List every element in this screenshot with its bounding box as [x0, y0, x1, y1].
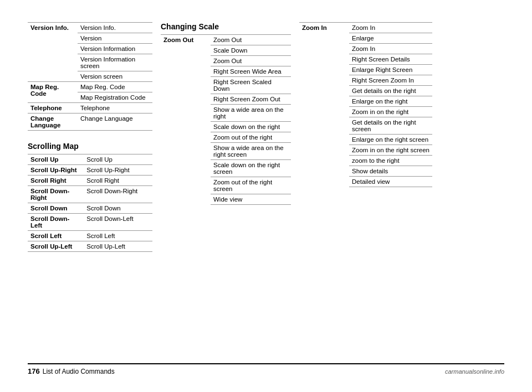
row-value: Version Info.	[78, 23, 152, 33]
zoom-out-value: Zoom out of the right screen	[211, 177, 291, 194]
scrolling-map-section: Scrolling Map Scroll UpScroll UpScroll U…	[28, 142, 152, 252]
zoom-out-value: Scale Down	[211, 45, 291, 56]
table-row: Scroll DownScroll Down	[28, 203, 152, 214]
row-value: Map Reg. Code	[78, 82, 152, 92]
zoom-out-value: Wide view	[211, 194, 291, 205]
changing-scale-title: Changing Scale	[161, 22, 291, 31]
table-row: Change LanguageChange Language	[28, 114, 152, 131]
row-value: Version Information	[78, 44, 152, 54]
zoom-in-value: Enlarge Right Screen	[349, 65, 432, 75]
table-row: Zoom InZoom In	[299, 23, 432, 33]
row-label: Scroll Up-Right	[28, 165, 84, 176]
table-row: Scroll LeftScroll Left	[28, 231, 152, 241]
zoom-out-value: Zoom Out	[211, 56, 291, 66]
zoom-in-value: Get details on the right	[349, 86, 432, 96]
zoom-in-value: Zoom in on the right screen	[349, 145, 432, 156]
column-middle: Changing Scale Zoom OutZoom OutScale Dow…	[161, 22, 299, 363]
zoom-out-value: Zoom Out	[211, 35, 291, 45]
watermark: carmanualsonline.info	[445, 368, 504, 375]
row-value: Version Information screen	[78, 54, 152, 71]
zoom-out-label: Zoom Out	[161, 35, 211, 205]
table-row: Scroll Down-LeftScroll Down-Left	[28, 214, 152, 231]
page: Version Info.Version Info.VersionVersion…	[0, 0, 532, 392]
zoom-in-value: Zoom In	[349, 23, 432, 33]
zoom-in-value: Enlarge on the right	[349, 96, 432, 107]
table-row: Zoom OutZoom Out	[161, 35, 291, 45]
row-label: Change Language	[28, 114, 78, 131]
table-row: Scroll Up-LeftScroll Up-Left	[28, 241, 152, 252]
table-row: TelephoneTelephone	[28, 103, 152, 114]
zoom-out-value: Scale down on the right screen	[211, 160, 291, 177]
row-label: Scroll Down-Left	[28, 214, 84, 231]
row-value: Version screen	[78, 71, 152, 82]
zoom-out-value: Show a wide area on the right	[211, 105, 291, 122]
row-value: Telephone	[78, 103, 152, 114]
row-label: Version Info.	[28, 23, 78, 82]
zoom-out-value: Zoom out of the right	[211, 132, 291, 143]
zoom-in-value: Enlarge	[349, 33, 432, 44]
row-value: Scroll Left	[84, 231, 152, 241]
zoom-in-value: zoom to the right	[349, 156, 432, 166]
table-row: Scroll Up-RightScroll Up-Right	[28, 165, 152, 176]
table-row: Scroll Down-RightScroll Down-Right	[28, 186, 152, 203]
row-value: Scroll Down-Right	[84, 186, 152, 203]
row-label: Scroll Left	[28, 231, 84, 241]
zoom-out-value: Scale down on the right	[211, 122, 291, 132]
zoom-out-value: Right Screen Scaled Down	[211, 77, 291, 94]
row-label: Scroll Down-Right	[28, 186, 84, 203]
row-value: Scroll Up-Right	[84, 165, 152, 176]
zoom-in-value: Zoom in on the right	[349, 107, 432, 117]
zoom-out-value: Right Screen Wide Area	[211, 66, 291, 77]
zoom-in-table: Zoom InZoom InEnlargeZoom InRight Screen…	[299, 22, 432, 187]
row-value: Scroll Down-Left	[84, 214, 152, 231]
column-right: Zoom InZoom InEnlargeZoom InRight Screen…	[299, 22, 432, 363]
zoom-in-label: Zoom In	[299, 23, 349, 187]
version-info-table: Version Info.Version Info.VersionVersion…	[28, 22, 152, 131]
row-value: Scroll Down	[84, 203, 152, 214]
row-value: Scroll Up	[84, 154, 152, 165]
zoom-in-value: Right Screen Zoom In	[349, 75, 432, 86]
zoom-out-table: Zoom OutZoom OutScale DownZoom OutRight …	[161, 34, 291, 205]
row-value: Map Registration Code	[78, 92, 152, 103]
row-label: Scroll Up	[28, 154, 84, 165]
row-label: Scroll Up-Left	[28, 241, 84, 252]
content-area: Version Info.Version Info.VersionVersion…	[28, 22, 504, 363]
row-value: Scroll Up-Left	[84, 241, 152, 252]
zoom-out-value: Show a wide area on the right screen	[211, 143, 291, 160]
column-left: Version Info.Version Info.VersionVersion…	[28, 22, 161, 363]
zoom-in-value: Detailed view	[349, 177, 432, 187]
zoom-in-value: Zoom In	[349, 44, 432, 54]
table-row: Scroll RightScroll Right	[28, 176, 152, 186]
scrolling-map-title: Scrolling Map	[28, 142, 152, 151]
scrolling-map-table: Scroll UpScroll UpScroll Up-RightScroll …	[28, 154, 152, 252]
page-number: 176	[28, 367, 40, 375]
zoom-in-value: Right Screen Details	[349, 54, 432, 65]
footer: 176 List of Audio Commands carmanualsonl…	[28, 363, 504, 375]
row-label: Scroll Right	[28, 176, 84, 186]
footer-text: List of Audio Commands	[43, 368, 115, 375]
row-value: Scroll Right	[84, 176, 152, 186]
zoom-in-value: Enlarge on the right screen	[349, 135, 432, 145]
row-label: Map Reg. Code	[28, 82, 78, 103]
row-value: Version	[78, 33, 152, 44]
row-label: Scroll Down	[28, 203, 84, 214]
zoom-out-value: Right Screen Zoom Out	[211, 94, 291, 105]
table-row: Map Reg. CodeMap Reg. Code	[28, 82, 152, 92]
row-label: Telephone	[28, 103, 78, 114]
row-value: Change Language	[78, 114, 152, 131]
table-row: Version Info.Version Info.	[28, 23, 152, 33]
table-row: Scroll UpScroll Up	[28, 154, 152, 165]
zoom-in-value: Show details	[349, 166, 432, 177]
zoom-in-value: Get details on the right screen	[349, 117, 432, 135]
